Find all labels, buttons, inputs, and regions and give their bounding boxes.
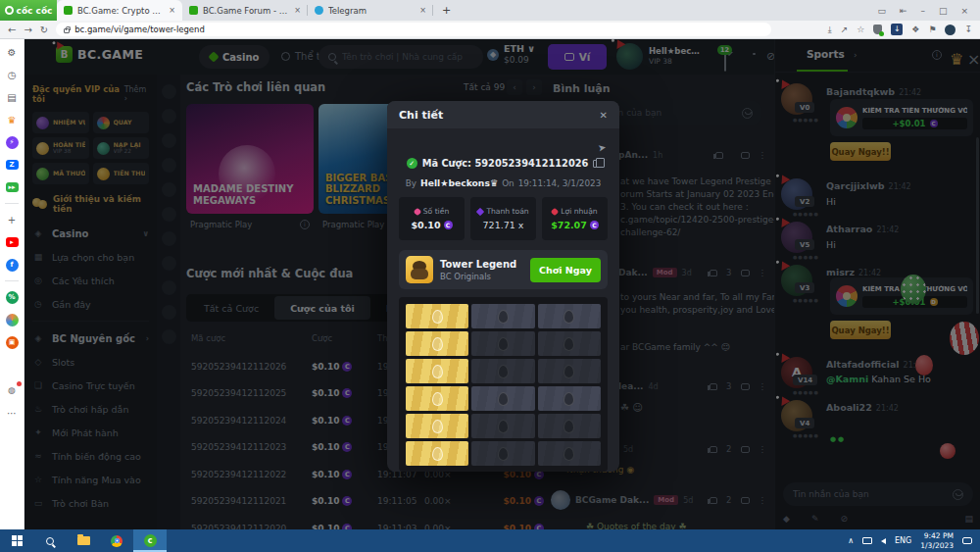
modal-close-icon[interactable]: ✕ — [600, 110, 608, 121]
modal-title: Chi tiết — [399, 109, 443, 122]
downloads-icon[interactable]: ↧ — [964, 25, 972, 34]
history-icon[interactable]: ◷ — [5, 68, 19, 81]
browser-tab-strip: cốc cốc BC.Game: Crypto Casino Gam× BC.G… — [0, 0, 980, 21]
tab-close-icon[interactable]: × — [169, 6, 175, 15]
tray-language[interactable]: ENG — [895, 536, 911, 545]
bcgame-page: B BC.GAME Casino Thể thao ◆ ETH ∨$0.09 V… — [24, 39, 980, 529]
idm-download-icon[interactable]: ↓ — [891, 24, 903, 35]
tower-cell — [538, 414, 601, 438]
coccoc-ring-icon — [5, 6, 14, 15]
coin-icon: C — [444, 221, 453, 229]
start-button[interactable] — [0, 529, 33, 552]
youtube-icon[interactable]: ▸ — [6, 237, 19, 247]
stat-profit: Lợi nhuận $72.07C — [542, 197, 608, 240]
egg-icon — [564, 420, 574, 433]
adblock-shield-icon[interactable] — [873, 25, 882, 34]
pin-sidebar-icon[interactable]: ⇤ — [900, 6, 907, 16]
egg-icon — [564, 310, 574, 324]
stat-amount: Số tiền $0.10C — [399, 197, 465, 240]
taskbar-search-icon[interactable] — [33, 529, 67, 552]
cart-icon[interactable]: ▣ — [6, 336, 19, 349]
bookmark-star-icon[interactable]: ☆ — [857, 25, 864, 34]
tower-cell — [538, 386, 601, 411]
divider — [5, 203, 19, 204]
settings-gear-icon[interactable]: ⚙ — [5, 45, 19, 59]
egg-icon — [432, 392, 443, 406]
browser-toolbar: ← → ↻ bc.game/vi/game/tower-legend ⤓ ↗ ☆… — [0, 21, 980, 39]
tower-cell — [406, 414, 468, 438]
bet-username[interactable]: Hell★beckons♛ — [420, 177, 498, 188]
payout-icon — [476, 207, 484, 215]
egg-icon — [498, 420, 509, 433]
action-center-icon[interactable] — [962, 537, 972, 544]
reading-list-icon[interactable]: ▤ — [5, 90, 19, 104]
egg-icon — [498, 310, 509, 324]
notifications-bell-icon[interactable]: ◍ — [5, 383, 19, 397]
forward-button[interactable]: → — [24, 25, 31, 35]
egg-icon — [564, 337, 574, 351]
verified-icon: ✓ — [407, 158, 417, 169]
reload-button[interactable]: ↻ — [40, 25, 48, 35]
more-dots-icon[interactable]: ⋯ — [5, 406, 19, 420]
tab-search-icon[interactable]: ▭ — [877, 6, 886, 16]
file-explorer-icon[interactable] — [67, 529, 100, 552]
tower-cell — [471, 386, 534, 411]
profile-avatar[interactable] — [945, 25, 956, 35]
tower-cell — [406, 441, 468, 466]
browser-sidebar: ⚙ ◷ ▤ ♛ ⚡ Z ▸▸ + ▸ f % ▣ ◍ ⋯ — [0, 39, 24, 529]
vip-crown-icon[interactable]: ♛ — [5, 113, 19, 126]
egg-icon — [432, 310, 443, 324]
egg-icon — [564, 392, 574, 406]
coin-icon: C — [590, 221, 599, 229]
tab-close-icon[interactable]: × — [294, 6, 301, 15]
tray-clock[interactable]: 9:42 PM1/3/2023 — [920, 531, 954, 551]
url-text: bc.game/vi/game/tower-legend — [74, 25, 205, 34]
new-tab-button[interactable]: + — [433, 0, 460, 21]
browser-tab-forum[interactable]: BC.Game Forum - A Cryptoc...× — [182, 0, 308, 21]
share-icon[interactable]: ↗ — [841, 25, 849, 34]
egg-icon — [564, 365, 574, 378]
tower-cell — [471, 304, 534, 328]
add-shortcut-icon[interactable]: + — [5, 213, 19, 226]
back-button[interactable]: ← — [8, 25, 16, 35]
tower-cell — [538, 359, 601, 383]
bet-details-modal: Chi tiết ✕ ➤ ✓ Mã Cược: 5920523941211202… — [387, 101, 619, 472]
games-hub-icon[interactable] — [6, 314, 19, 326]
stat-payout: Thanh toán 721.71 x — [470, 197, 536, 240]
savings-icon[interactable]: % — [6, 291, 19, 304]
flag-extension-icon[interactable]: ⚑ — [928, 25, 936, 34]
minimize-button[interactable]: – — [920, 6, 925, 16]
tower-cell — [471, 359, 534, 383]
chrome-icon[interactable] — [100, 529, 133, 552]
close-button[interactable]: × — [960, 6, 968, 16]
bet-datetime: 19:11:14, 3/1/2023 — [518, 178, 602, 188]
coccoc-taskbar-icon[interactable]: c — [133, 529, 167, 552]
modal-share-icon[interactable]: ➤ — [597, 141, 607, 153]
messenger-icon[interactable]: ⚡ — [6, 136, 19, 149]
tab-close-icon[interactable]: × — [419, 6, 426, 15]
modal-header: Chi tiết ✕ — [387, 101, 619, 128]
zalo-icon[interactable]: Z — [6, 160, 19, 170]
gamepad-icon[interactable]: ▸▸ — [6, 182, 19, 192]
address-bar[interactable]: bc.game/vi/game/tower-legend — [56, 23, 771, 36]
egg-icon — [432, 337, 443, 351]
browser-tab-telegram[interactable]: Telegram× — [308, 0, 433, 21]
tray-volume-icon[interactable] — [881, 538, 886, 544]
tower-cell — [406, 359, 468, 383]
divider — [5, 280, 19, 281]
coccoc-logo[interactable]: cốc cốc — [0, 0, 57, 21]
save-page-icon[interactable]: ⤓ — [828, 25, 832, 35]
facebook-icon[interactable]: f — [6, 259, 19, 272]
copy-icon[interactable] — [593, 160, 600, 168]
tray-expand-icon[interactable]: ∧ — [848, 536, 854, 545]
maximize-button[interactable]: □ — [939, 6, 948, 16]
tower-cell — [471, 441, 534, 466]
extensions-icon[interactable]: ❖ — [911, 25, 919, 34]
egg-icon — [498, 392, 509, 406]
browser-tab-bcgame[interactable]: BC.Game: Crypto Casino Gam× — [57, 0, 182, 21]
play-now-button[interactable]: Chơi Ngay — [530, 258, 601, 282]
dice-icon — [414, 207, 421, 215]
telegram-favicon — [315, 6, 323, 15]
tray-display-icon[interactable] — [862, 537, 872, 544]
windows-taskbar: c ∧ ENG 9:42 PM1/3/2023 — [0, 529, 980, 552]
